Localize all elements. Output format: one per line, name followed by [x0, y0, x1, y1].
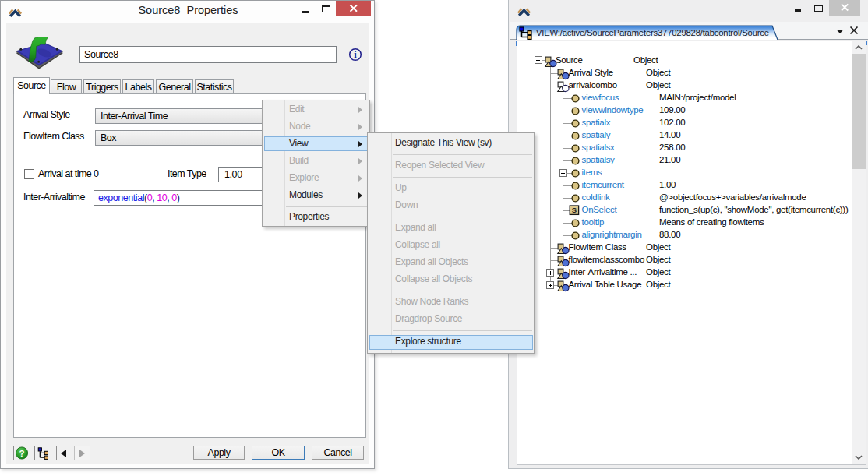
svg-text:S: S [572, 206, 577, 214]
svg-text:?: ? [19, 449, 24, 458]
svg-text:i: i [354, 49, 357, 60]
